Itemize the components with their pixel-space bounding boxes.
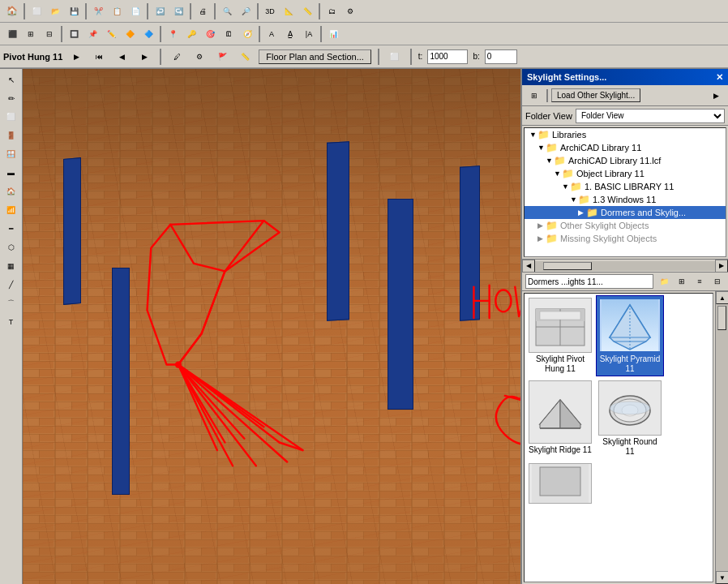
flag-btn[interactable]: 🚩: [213, 48, 231, 66]
icon-skylight-ridge[interactable]: Skylight Ridge 11: [526, 378, 594, 459]
scroll-up-btn[interactable]: ▲: [716, 291, 728, 304]
tree-windows[interactable]: ▼ 📁 1.3 Windows 11: [525, 193, 726, 206]
icon-skylight-pivot[interactable]: Skylight Pivot Hung 11: [526, 295, 594, 376]
toolbar-btn-zoomout[interactable]: 🔎: [237, 2, 255, 20]
toolbar-btn-more2[interactable]: ⚙: [341, 2, 359, 20]
sep5: [214, 3, 216, 19]
b-input[interactable]: [485, 49, 517, 64]
toolbar-btn-2r10[interactable]: 🔑: [182, 25, 200, 43]
tree-other-skylight[interactable]: ▶ 📁 Other Skylight Objects: [525, 219, 726, 232]
toolbar-btn-more1[interactable]: 🗂: [323, 2, 340, 20]
left-btn-line[interactable]: ╱: [2, 276, 20, 294]
load-skylight-btn[interactable]: Load Other Skylight...: [551, 88, 640, 102]
settings-btn[interactable]: ⚙: [191, 48, 208, 66]
left-btn-window[interactable]: 🪟: [2, 145, 20, 163]
toolbar-btn-redo[interactable]: ↪️: [169, 2, 187, 20]
tree-libraries[interactable]: ▼ 📁 Libraries: [525, 128, 726, 141]
tree-basic-library[interactable]: ▼ 📁 1. BASIC LIBRARY 11: [525, 180, 726, 193]
scroll-right-btn[interactable]: ▶: [715, 260, 728, 273]
toolbar-btn-print[interactable]: 🖨: [194, 2, 212, 20]
toolbar-btn-2r6[interactable]: ✏️: [102, 25, 120, 43]
toolbar-btn-undo[interactable]: ↩️: [151, 2, 169, 20]
toolbar-btn-new[interactable]: ⬜: [28, 2, 45, 20]
toolbar-btn-paste[interactable]: 📄: [126, 2, 144, 20]
left-btn-draw[interactable]: ✏: [2, 89, 20, 107]
icon-grid[interactable]: Skylight Pivot Hung 11: [524, 293, 713, 582]
nav-next[interactable]: ▶: [135, 48, 153, 66]
tree-dormers[interactable]: ▶ 📁 Dormers and Skylig...: [525, 206, 726, 219]
path-browse-btn[interactable]: 📁: [657, 274, 671, 289]
toolbar-btn-copy[interactable]: 📋: [108, 2, 126, 20]
icon-skylight-pyramid[interactable]: Skylight Pyramid 11: [596, 295, 664, 376]
left-btn-fill[interactable]: ▦: [2, 257, 20, 275]
edit-btn[interactable]: 🖊: [168, 48, 186, 66]
left-btn-slab[interactable]: ▬: [2, 164, 20, 182]
path-input[interactable]: Dormers ...ights 11...: [525, 274, 653, 289]
icon-skylight-round[interactable]: Skylight Round 11: [596, 378, 664, 459]
toolbar-btn-2r7[interactable]: 🔶: [121, 25, 139, 43]
panel-btn-arrow[interactable]: ▶: [707, 87, 725, 105]
toolbar-btn-2r3[interactable]: ⊟: [41, 25, 58, 43]
folder-view-select[interactable]: Folder View List View: [576, 109, 725, 123]
scroll-left-btn[interactable]: ◀: [522, 260, 535, 273]
toolbar-btn-zoom[interactable]: 🔍: [218, 2, 236, 20]
icon-grid-container: Skylight Pivot Hung 11: [522, 291, 728, 584]
other-skylight-label: Other Skylight Objects: [560, 221, 649, 230]
floor-plan-btn[interactable]: Floor Plan and Section...: [259, 49, 370, 64]
tree-missing-skylight[interactable]: ▶ 📁 Missing Skylight Objects: [525, 232, 726, 245]
partial-thumb-svg: [532, 463, 589, 504]
left-btn-wall[interactable]: ⬜: [2, 108, 20, 126]
left-btn-arc[interactable]: ⌒: [2, 294, 20, 312]
toolbar-btn-cut[interactable]: ✂️: [89, 2, 107, 20]
toolbar-btn-2r9[interactable]: 📍: [164, 25, 182, 43]
view-grid-btn[interactable]: ⊞: [674, 274, 689, 289]
h-scrollbar[interactable]: ◀ ▶: [522, 259, 728, 272]
sep13: [378, 49, 379, 65]
h-scrollbar-thumb[interactable]: [543, 262, 592, 270]
t-input[interactable]: [427, 49, 468, 64]
left-btn-text[interactable]: T: [2, 313, 20, 331]
blue-column-1: [63, 157, 81, 305]
tree-archicad-lcf[interactable]: ▼ 📁 ArchiCAD Library 11.lcf: [525, 154, 726, 167]
scrollbar-thumb[interactable]: [717, 306, 726, 330]
view-list-btn[interactable]: ≡: [692, 274, 707, 289]
toolbar-btn-2r12[interactable]: 🗓: [220, 25, 238, 43]
toolbar-btn-2r11[interactable]: 🎯: [201, 25, 219, 43]
toolbar-btn-home[interactable]: 🏠: [3, 2, 21, 20]
toolbar-btn-2r13[interactable]: 🧭: [238, 25, 256, 43]
view-select[interactable]: ⬜: [386, 48, 404, 66]
left-btn-select[interactable]: ↖: [2, 71, 20, 88]
toolbar-btn-2r5[interactable]: 📌: [84, 25, 101, 43]
view-details-btn[interactable]: ⊟: [710, 274, 725, 289]
toolbar-btn-2r2[interactable]: ⊞: [22, 25, 40, 43]
tree-archicad-lib[interactable]: ▼ 📁 ArchiCAD Library 11: [525, 141, 726, 154]
expand-btn[interactable]: ▶: [67, 48, 85, 66]
left-btn-roof[interactable]: 🏠: [2, 182, 20, 200]
toolbar-btn-2r17[interactable]: 📊: [324, 25, 342, 43]
toolbar-btn-open[interactable]: 📂: [46, 2, 64, 20]
left-btn-object[interactable]: ⬡: [2, 238, 20, 256]
toolbar-btn-2r16[interactable]: |A: [300, 25, 318, 43]
panel-close-icon[interactable]: ✕: [716, 72, 723, 83]
toolbar-btn-2r1[interactable]: ⬛: [3, 25, 21, 43]
left-btn-beam[interactable]: ━: [2, 220, 20, 238]
toolbar-btn-section[interactable]: 📏: [298, 2, 316, 20]
nav-prev[interactable]: ⏮: [90, 48, 108, 66]
tree-view[interactable]: ▼ 📁 Libraries ▼ 📁 ArchiCAD Library 11 ▼ …: [524, 127, 726, 257]
toolbar-btn-2r4[interactable]: 🔲: [65, 25, 83, 43]
toolbar-btn-plan[interactable]: 📐: [280, 2, 298, 20]
tree-object-library[interactable]: ▼ 📁 Object Library 11: [525, 167, 726, 180]
v-scrollbar[interactable]: ▲ ▼: [715, 291, 728, 584]
toolbar-btn-3d[interactable]: 3D: [261, 2, 279, 20]
toolbar-btn-2r8[interactable]: 🔷: [139, 25, 157, 43]
icon-skylight-partial[interactable]: [526, 461, 594, 509]
toolbar-btn-2r15[interactable]: A̲: [281, 25, 299, 43]
toolbar-btn-save[interactable]: 💾: [65, 2, 83, 20]
nav-prev2[interactable]: ◀: [113, 48, 131, 66]
panel-btn-view1[interactable]: ⊞: [525, 87, 543, 105]
toolbar-btn-2r14[interactable]: A: [263, 25, 280, 43]
left-btn-door[interactable]: 🚪: [2, 127, 20, 144]
measure-btn[interactable]: 📏: [236, 48, 254, 66]
scroll-down-btn[interactable]: ▼: [716, 571, 728, 584]
left-btn-stair[interactable]: 📶: [2, 201, 20, 219]
